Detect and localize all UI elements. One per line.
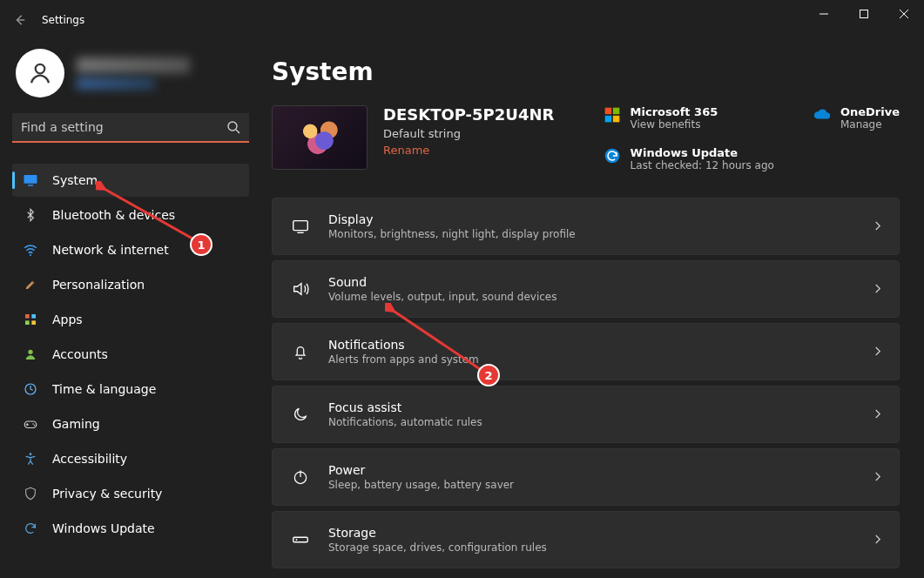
sidebar-item-accounts[interactable]: Accounts [12, 338, 249, 371]
search-input[interactable] [12, 113, 249, 143]
promo-sub: Manage [840, 118, 900, 131]
svg-rect-10 [25, 314, 30, 319]
chevron-right-icon [873, 407, 883, 423]
rename-link[interactable]: Rename [383, 144, 554, 157]
person-filled-icon [23, 346, 38, 362]
back-arrow-icon [14, 14, 26, 26]
power-icon [290, 467, 311, 487]
person-icon [27, 60, 53, 86]
search-icon [226, 120, 240, 138]
chevron-right-icon [873, 218, 883, 235]
sidebar-item-label: System [52, 173, 98, 187]
bell-icon [290, 341, 311, 362]
maximize-button[interactable] [844, 0, 884, 28]
promo-m365[interactable]: Microsoft 365 View benefits [603, 105, 774, 131]
svg-rect-20 [604, 108, 611, 115]
moon-icon [290, 404, 311, 425]
sidebar-item-label: Privacy & security [52, 487, 162, 501]
sidebar-item-bluetooth[interactable]: Bluetooth & devices [12, 198, 249, 232]
promo-title: OneDrive [840, 105, 900, 118]
promo-sub: View benefits [631, 118, 718, 131]
device-box: DESKTOP-5P2U4NR Default string Rename [272, 105, 554, 170]
avatar [16, 49, 64, 97]
sound-icon [290, 279, 311, 299]
title-bar: Settings [0, 0, 924, 40]
minimize-button[interactable] [804, 0, 844, 28]
brush-icon [23, 277, 38, 292]
sidebar-item-label: Bluetooth & devices [52, 208, 175, 222]
sidebar-item-system[interactable]: System [12, 164, 249, 197]
tile-power[interactable]: Power Sleep, battery usage, battery save… [272, 448, 900, 506]
sidebar-item-time-language[interactable]: Time & language [12, 373, 249, 406]
sidebar-item-gaming[interactable]: Gaming [12, 407, 249, 440]
svg-rect-12 [25, 320, 30, 325]
svg-point-30 [296, 539, 298, 541]
apps-icon [23, 312, 38, 327]
close-icon [899, 9, 909, 19]
tile-sub: Volume levels, output, input, sound devi… [328, 291, 556, 303]
accessibility-icon [23, 451, 38, 467]
device-row: DESKTOP-5P2U4NR Default string Rename Mi… [272, 105, 900, 171]
back-button[interactable] [5, 5, 35, 35]
storage-icon [290, 529, 311, 550]
tile-title: Storage [328, 526, 547, 540]
tile-sub: Sleep, battery usage, battery saver [328, 479, 514, 491]
chevron-right-icon [873, 281, 883, 298]
sidebar-item-windows-update[interactable]: Windows Update [12, 512, 249, 545]
promo-grid: Microsoft 365 View benefits OneDrive Man… [603, 105, 900, 171]
main-panel: System DESKTOP-5P2U4NR Default string Re… [261, 40, 924, 578]
account-email-redacted [77, 78, 155, 89]
promo-title: Microsoft 365 [631, 105, 718, 118]
tile-sound[interactable]: Sound Volume levels, output, input, soun… [272, 260, 900, 318]
sidebar-item-label: Time & language [52, 382, 156, 396]
chevron-right-icon [873, 532, 883, 548]
wifi-icon [23, 242, 38, 258]
sidebar-item-label: Apps [52, 313, 83, 326]
sidebar-item-personalization[interactable]: Personalization [12, 268, 249, 301]
clock-globe-icon [23, 381, 38, 397]
tile-focus-assist[interactable]: Focus assist Notifications, automatic ru… [272, 386, 900, 443]
chevron-right-icon [873, 469, 883, 486]
tile-sub: Notifications, automatic rules [328, 416, 482, 428]
page-title: System [272, 57, 900, 86]
account-block[interactable] [12, 40, 249, 113]
tile-notifications[interactable]: Notifications Alerts from apps and syste… [272, 323, 900, 380]
chevron-right-icon [873, 344, 883, 360]
window-title: Settings [42, 14, 84, 26]
svg-point-9 [30, 254, 31, 256]
search-box[interactable] [12, 113, 249, 143]
account-name-redacted [77, 57, 190, 73]
tile-title: Power [328, 463, 514, 477]
window-controls [804, 0, 924, 28]
sidebar-item-apps[interactable]: Apps [12, 303, 249, 336]
sidebar-item-accessibility[interactable]: Accessibility [12, 442, 249, 475]
wallpaper-thumbnail [272, 105, 368, 170]
svg-rect-11 [31, 314, 36, 319]
tile-display[interactable]: Display Monitors, brightness, night ligh… [272, 198, 900, 255]
svg-rect-7 [24, 175, 37, 184]
svg-point-4 [36, 64, 45, 74]
promo-title: Windows Update [631, 146, 774, 159]
minimize-icon [819, 9, 829, 19]
tile-sub: Alerts from apps and system [328, 353, 479, 366]
promo-onedrive[interactable]: OneDrive Manage [813, 105, 900, 131]
tile-storage[interactable]: Storage Storage space, drives, configura… [272, 511, 900, 568]
svg-rect-22 [604, 116, 611, 123]
bluetooth-icon [23, 207, 38, 223]
tile-title: Display [328, 212, 576, 226]
sidebar-item-label: Accounts [52, 347, 108, 361]
promo-windows-update[interactable]: Windows Update Last checked: 12 hours ag… [603, 146, 774, 171]
sidebar-item-privacy[interactable]: Privacy & security [12, 477, 249, 510]
monitor-icon [23, 172, 38, 188]
svg-point-5 [228, 122, 237, 131]
svg-line-6 [236, 130, 239, 133]
svg-point-17 [32, 423, 34, 425]
tile-title: Sound [328, 275, 556, 289]
sidebar-item-label: Windows Update [52, 521, 155, 535]
maximize-icon [859, 9, 869, 19]
svg-rect-1 [860, 10, 868, 18]
sync-icon [23, 521, 38, 536]
account-text [77, 57, 190, 89]
sidebar-item-network[interactable]: Network & internet [12, 233, 249, 266]
close-button[interactable] [884, 0, 924, 28]
